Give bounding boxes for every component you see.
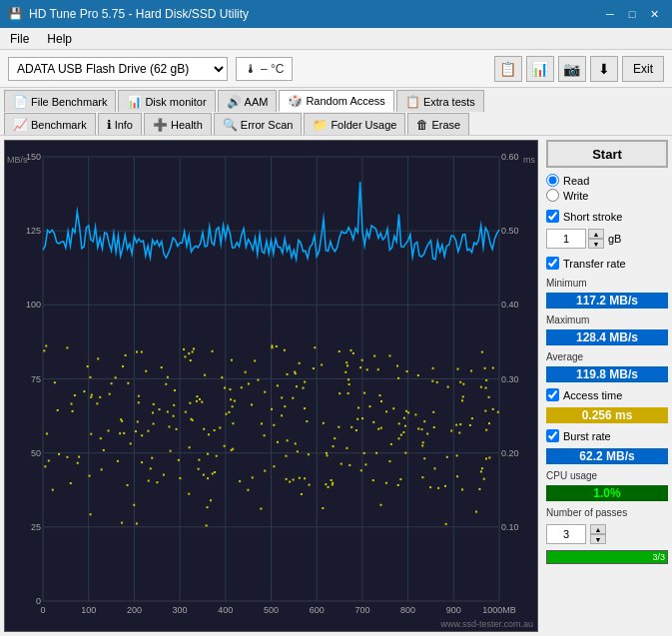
- tabs-area: 📄 File Benchmark 📊 Disk monitor 🔊 AAM 🎲 …: [0, 88, 672, 136]
- temperature-value: – °C: [261, 62, 284, 76]
- toolbar-btn-2[interactable]: 📊: [526, 56, 554, 82]
- tab-extra-tests[interactable]: 📋 Extra tests: [396, 90, 484, 112]
- toolbar-btn-4[interactable]: ⬇: [590, 56, 618, 82]
- device-selector[interactable]: ADATA USB Flash Drive (62 gB): [8, 57, 228, 81]
- burst-rate-checkbox[interactable]: [546, 429, 559, 442]
- tab-disk-monitor-label: Disk monitor: [145, 96, 206, 108]
- access-time-checkbox-label[interactable]: Access time: [546, 388, 668, 401]
- burst-rate-value: 62.2 MB/s: [546, 448, 668, 464]
- tab-disk-monitor[interactable]: 📊 Disk monitor: [118, 90, 215, 112]
- short-stroke-unit: gB: [608, 233, 621, 245]
- tab-file-benchmark-label: File Benchmark: [31, 96, 107, 108]
- access-time-value: 0.256 ms: [546, 407, 668, 423]
- access-time-checkbox[interactable]: [546, 388, 559, 401]
- info-icon: ℹ: [107, 118, 112, 132]
- toolbar-btn-1[interactable]: 📋: [494, 56, 522, 82]
- write-radio[interactable]: [546, 189, 559, 202]
- tab-aam-label: AAM: [245, 96, 269, 108]
- short-stroke-spinner-row: ▲ ▼ gB: [546, 229, 668, 249]
- burst-rate-label: Burst rate: [563, 430, 611, 442]
- tab-extra-tests-label: Extra tests: [423, 96, 475, 108]
- progress-label: 3/3: [652, 552, 665, 562]
- passes-down-btn[interactable]: ▼: [590, 534, 606, 544]
- random-access-icon: 🎲: [288, 94, 303, 108]
- tab-random-access[interactable]: 🎲 Random Access: [279, 90, 393, 112]
- read-radio-label[interactable]: Read: [546, 174, 668, 187]
- read-radio[interactable]: [546, 174, 559, 187]
- app-title: HD Tune Pro 5.75 - Hard Disk/SSD Utility: [29, 7, 249, 21]
- tab-row-1: 📄 File Benchmark 📊 Disk monitor 🔊 AAM 🎲 …: [4, 90, 668, 112]
- health-icon: ➕: [153, 118, 168, 132]
- minimum-value: 117.2 MB/s: [546, 293, 668, 309]
- exit-button[interactable]: Exit: [622, 56, 664, 82]
- maximize-button[interactable]: □: [622, 5, 642, 23]
- title-bar-controls: ─ □ ✕: [600, 5, 664, 23]
- tab-file-benchmark[interactable]: 📄 File Benchmark: [4, 90, 116, 112]
- write-label: Write: [563, 190, 588, 202]
- short-stroke-up-btn[interactable]: ▲: [588, 229, 604, 239]
- right-panel: Start Read Write Short stroke ▲ ▼ gB: [542, 136, 672, 636]
- tab-erase-label: Erase: [431, 119, 460, 131]
- burst-rate-checkbox-label[interactable]: Burst rate: [546, 429, 668, 442]
- passes-spinner-btns: ▲ ▼: [590, 524, 606, 544]
- aam-icon: 🔊: [227, 95, 242, 109]
- tab-health[interactable]: ➕ Health: [144, 113, 212, 135]
- average-value: 119.8 MB/s: [546, 366, 668, 382]
- menu-help[interactable]: Help: [43, 30, 76, 48]
- title-bar: 💾 HD Tune Pro 5.75 - Hard Disk/SSD Utili…: [0, 0, 672, 28]
- tab-folder-usage[interactable]: 📁 Folder Usage: [304, 113, 405, 135]
- temperature-display: 🌡 – °C: [236, 57, 293, 81]
- tab-erase[interactable]: 🗑 Erase: [407, 113, 469, 135]
- toolbar-btn-3[interactable]: 📷: [558, 56, 586, 82]
- tab-info[interactable]: ℹ Info: [98, 113, 142, 135]
- watermark: www.ssd-tester.com.au: [440, 619, 533, 629]
- average-label: Average: [546, 351, 668, 362]
- benchmark-icon: 📈: [13, 118, 28, 132]
- cpu-usage-value: 1.0%: [546, 485, 668, 501]
- tab-error-scan-label: Error Scan: [241, 119, 294, 131]
- device-bar: ADATA USB Flash Drive (62 gB) 🌡 – °C 📋 📊…: [0, 50, 672, 88]
- file-benchmark-icon: 📄: [13, 95, 28, 109]
- disk-monitor-icon: 📊: [127, 95, 142, 109]
- app-icon: 💾: [8, 7, 23, 21]
- tab-error-scan[interactable]: 🔍 Error Scan: [214, 113, 303, 135]
- read-write-radio-group: Read Write: [546, 172, 668, 204]
- read-label: Read: [563, 175, 589, 187]
- title-bar-left: 💾 HD Tune Pro 5.75 - Hard Disk/SSD Utili…: [8, 7, 249, 21]
- cpu-usage-label: CPU usage: [546, 470, 668, 481]
- progress-bar-fill: 3/3: [547, 551, 667, 563]
- short-stroke-checkbox[interactable]: [546, 210, 559, 223]
- transfer-rate-checkbox[interactable]: [546, 257, 559, 270]
- toolbar-icons: 📋 📊 📷 ⬇ Exit: [494, 56, 664, 82]
- tab-row-2: 📈 Benchmark ℹ Info ➕ Health 🔍 Error Scan…: [4, 113, 668, 135]
- minimum-label: Minimum: [546, 278, 668, 289]
- chart-container: www.ssd-tester.com.au: [0, 136, 542, 636]
- extra-tests-icon: 📋: [405, 95, 420, 109]
- tab-random-access-label: Random Access: [306, 95, 384, 107]
- minimize-button[interactable]: ─: [600, 5, 620, 23]
- short-stroke-spinner-btns: ▲ ▼: [588, 229, 604, 249]
- tab-aam[interactable]: 🔊 AAM: [218, 90, 278, 112]
- error-scan-icon: 🔍: [223, 118, 238, 132]
- folder-usage-icon: 📁: [313, 118, 328, 132]
- short-stroke-checkbox-label[interactable]: Short stroke: [546, 210, 668, 223]
- short-stroke-input[interactable]: [546, 229, 586, 249]
- menu-file[interactable]: File: [6, 30, 33, 48]
- menu-bar: File Help: [0, 28, 672, 50]
- progress-bar-container: 3/3: [546, 550, 668, 564]
- passes-input[interactable]: [546, 524, 586, 544]
- close-button[interactable]: ✕: [644, 5, 664, 23]
- tab-folder-usage-label: Folder Usage: [331, 119, 396, 131]
- start-button[interactable]: Start: [546, 140, 668, 168]
- erase-icon: 🗑: [416, 118, 428, 132]
- tab-benchmark[interactable]: 📈 Benchmark: [4, 113, 96, 135]
- short-stroke-down-btn[interactable]: ▼: [588, 239, 604, 249]
- transfer-rate-checkbox-label[interactable]: Transfer rate: [546, 257, 668, 270]
- maximum-value: 128.4 MB/s: [546, 329, 668, 345]
- thermometer-icon: 🌡: [245, 62, 257, 76]
- main-content: www.ssd-tester.com.au Start Read Write S…: [0, 136, 672, 636]
- write-radio-label[interactable]: Write: [546, 189, 668, 202]
- passes-up-btn[interactable]: ▲: [590, 524, 606, 534]
- number-of-passes-label: Number of passes: [546, 507, 668, 518]
- tab-health-label: Health: [171, 119, 203, 131]
